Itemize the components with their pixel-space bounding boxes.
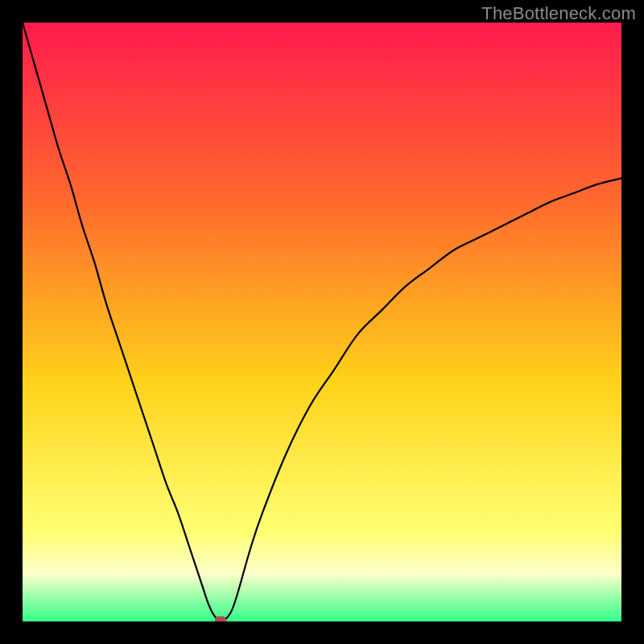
- optimal-point-marker: [215, 616, 226, 621]
- chart-frame: TheBottleneck.com: [0, 0, 644, 644]
- plot-area: [23, 23, 621, 621]
- bottleneck-curve: [23, 23, 621, 621]
- watermark-text: TheBottleneck.com: [481, 3, 636, 24]
